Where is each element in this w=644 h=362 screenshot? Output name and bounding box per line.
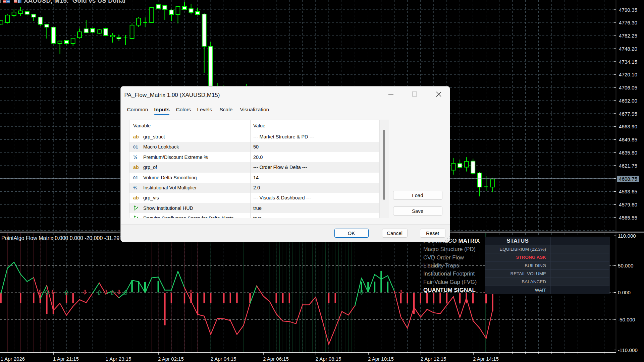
svg-text:CVD Order Flow: CVD Order Flow [423,254,464,260]
svg-text:4621.75: 4621.75 [619,163,637,169]
svg-text:4790.35: 4790.35 [619,7,637,13]
svg-text:-110.000: -110.000 [618,347,638,353]
svg-text:4608.75: 4608.75 [619,176,637,182]
svg-text:1 Apr 23:15: 1 Apr 23:15 [106,356,131,362]
svg-text:Macro Structure (PD): Macro Structure (PD) [423,246,476,252]
svg-text:1 Apr 2026: 1 Apr 2026 [1,356,25,362]
svg-text:RETAIL VOLUME: RETAIL VOLUME [510,271,546,276]
svg-text:4663.90: 4663.90 [619,124,637,129]
svg-text:4593.65: 4593.65 [619,189,637,194]
svg-text:4720.10: 4720.10 [619,72,637,77]
svg-text:4649.85: 4649.85 [619,137,637,142]
svg-text:4579.60: 4579.60 [619,202,637,207]
svg-text:1 Apr 21:15: 1 Apr 21:15 [53,356,79,362]
svg-text:2 Apr 12:15: 2 Apr 12:15 [421,356,446,362]
svg-text:4706.05: 4706.05 [619,85,637,90]
svg-text:STATUS: STATUS [506,238,528,244]
svg-text:EQUILIBRIUM (22.3%): EQUILIBRIUM (22.3%) [499,247,546,252]
svg-text:PointAlgo Flow Matrix 0.000 0.: PointAlgo Flow Matrix 0.000 0.000 -20.00… [1,235,122,241]
svg-text:BALANCED: BALANCED [522,279,546,284]
svg-text:Institutional Footprint: Institutional Footprint [423,270,475,277]
svg-text:Liquidity Traps: Liquidity Traps [423,262,459,268]
svg-text:50.000: 50.000 [618,263,633,268]
svg-text:WAIT: WAIT [535,288,546,293]
svg-text:4762.25: 4762.25 [619,33,637,39]
svg-text:2 Apr 06:15: 2 Apr 06:15 [263,356,289,362]
svg-text:2 Apr 14:15: 2 Apr 14:15 [473,356,499,362]
svg-text:2 Apr 02:15: 2 Apr 02:15 [158,356,184,362]
svg-text:0.000: 0.000 [618,290,631,295]
svg-text:4692.00: 4692.00 [619,98,637,104]
svg-text:XAUUSD, M15: Gold vs US Dolla: XAUUSD, M15: Gold vs US Dollar [24,0,126,4]
svg-text:BUILDING: BUILDING [525,263,546,268]
svg-text:110.000: 110.000 [618,233,636,239]
svg-text:STRONG ASK: STRONG ASK [516,255,546,260]
svg-text:4635.80: 4635.80 [619,150,637,156]
svg-text:Fair Value Gap (FVG): Fair Value Gap (FVG) [423,279,477,285]
svg-text:4565.55: 4565.55 [619,215,637,221]
svg-text:2 Apr 10:15: 2 Apr 10:15 [368,356,394,362]
svg-text:2 Apr 08:15: 2 Apr 08:15 [316,356,341,362]
svg-text:-50.000: -50.000 [618,317,635,322]
svg-text:4677.95: 4677.95 [619,111,637,117]
svg-text:2 Apr 04:15: 2 Apr 04:15 [211,356,236,362]
svg-text:4734.15: 4734.15 [619,59,637,65]
svg-text:4776.30: 4776.30 [619,20,637,25]
svg-text:4748.20: 4748.20 [619,46,637,52]
svg-text:QUANTUM SIGNAL: QUANTUM SIGNAL [423,287,476,293]
